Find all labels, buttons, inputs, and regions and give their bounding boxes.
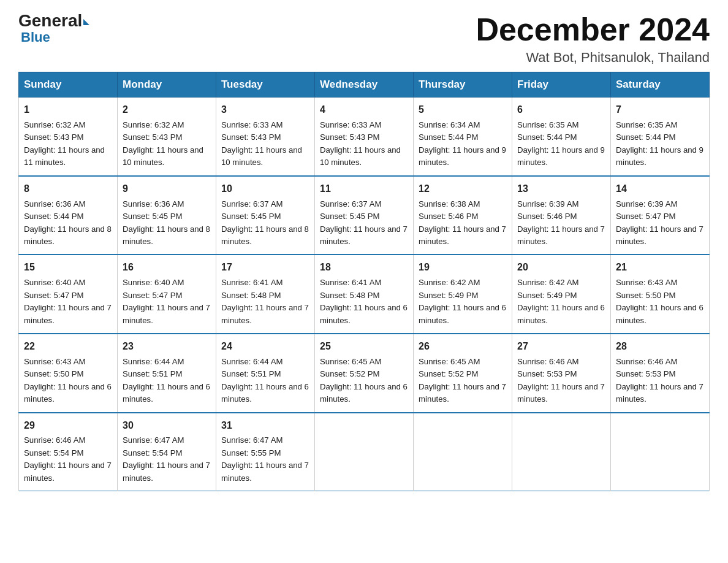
day-number: 12 (419, 182, 507, 197)
calendar-cell: 11Sunrise: 6:37 AMSunset: 5:45 PMDayligh… (315, 176, 414, 255)
calendar-cell: 18Sunrise: 6:41 AMSunset: 5:48 PMDayligh… (315, 255, 414, 334)
day-number: 24 (221, 339, 309, 354)
calendar-table: SundayMondayTuesdayWednesdayThursdayFrid… (18, 72, 710, 491)
day-number: 3 (221, 102, 309, 118)
calendar-cell: 31Sunrise: 6:47 AMSunset: 5:55 PMDayligh… (216, 413, 315, 491)
column-header-monday: Monday (118, 72, 216, 98)
day-number: 22 (24, 339, 112, 354)
column-header-saturday: Saturday (611, 72, 710, 98)
column-header-thursday: Thursday (414, 72, 512, 98)
day-details: Sunrise: 6:43 AMSunset: 5:50 PMDaylight:… (24, 356, 112, 406)
day-details: Sunrise: 6:44 AMSunset: 5:51 PMDaylight:… (123, 356, 211, 406)
day-details: Sunrise: 6:45 AMSunset: 5:52 PMDaylight:… (320, 356, 408, 406)
day-number: 18 (320, 260, 408, 275)
day-details: Sunrise: 6:46 AMSunset: 5:54 PMDaylight:… (24, 434, 112, 484)
day-details: Sunrise: 6:42 AMSunset: 5:49 PMDaylight:… (419, 277, 507, 327)
calendar-cell: 28Sunrise: 6:46 AMSunset: 5:53 PMDayligh… (611, 334, 710, 413)
calendar-header-row: SundayMondayTuesdayWednesdayThursdayFrid… (19, 72, 710, 98)
column-header-wednesday: Wednesday (315, 72, 414, 98)
day-details: Sunrise: 6:37 AMSunset: 5:45 PMDaylight:… (320, 198, 408, 248)
day-details: Sunrise: 6:41 AMSunset: 5:48 PMDaylight:… (320, 277, 408, 327)
day-details: Sunrise: 6:41 AMSunset: 5:48 PMDaylight:… (221, 277, 309, 327)
calendar-cell: 20Sunrise: 6:42 AMSunset: 5:49 PMDayligh… (512, 255, 611, 334)
calendar-cell: 7Sunrise: 6:35 AMSunset: 5:44 PMDaylight… (611, 98, 710, 176)
calendar-cell: 2Sunrise: 6:32 AMSunset: 5:43 PMDaylight… (118, 98, 216, 176)
day-details: Sunrise: 6:45 AMSunset: 5:52 PMDaylight:… (419, 356, 507, 406)
day-details: Sunrise: 6:35 AMSunset: 5:44 PMDaylight:… (517, 119, 605, 169)
page-header: General Blue December 2024 Wat Bot, Phit… (18, 12, 710, 66)
day-details: Sunrise: 6:36 AMSunset: 5:44 PMDaylight:… (24, 198, 112, 248)
logo-arrow-icon (83, 19, 89, 25)
day-details: Sunrise: 6:36 AMSunset: 5:45 PMDaylight:… (123, 198, 211, 248)
location-subtitle: Wat Bot, Phitsanulok, Thailand (476, 50, 710, 66)
calendar-cell: 4Sunrise: 6:33 AMSunset: 5:43 PMDaylight… (315, 98, 414, 176)
calendar-cell: 1Sunrise: 6:32 AMSunset: 5:43 PMDaylight… (19, 98, 118, 176)
day-number: 2 (123, 102, 211, 118)
day-number: 27 (517, 339, 605, 354)
day-details: Sunrise: 6:37 AMSunset: 5:45 PMDaylight:… (221, 198, 309, 248)
day-number: 8 (24, 182, 112, 197)
calendar-cell: 10Sunrise: 6:37 AMSunset: 5:45 PMDayligh… (216, 176, 315, 255)
calendar-week-row: 15Sunrise: 6:40 AMSunset: 5:47 PMDayligh… (19, 255, 710, 334)
day-number: 16 (123, 260, 211, 275)
day-number: 1 (24, 102, 112, 118)
calendar-cell: 29Sunrise: 6:46 AMSunset: 5:54 PMDayligh… (19, 413, 118, 491)
day-details: Sunrise: 6:47 AMSunset: 5:54 PMDaylight:… (123, 434, 211, 484)
day-number: 26 (419, 339, 507, 354)
day-details: Sunrise: 6:39 AMSunset: 5:47 PMDaylight:… (616, 198, 704, 248)
day-number: 20 (517, 260, 605, 275)
logo-blue-text: Blue (21, 31, 50, 44)
calendar-cell: 26Sunrise: 6:45 AMSunset: 5:52 PMDayligh… (414, 334, 512, 413)
day-details: Sunrise: 6:35 AMSunset: 5:44 PMDaylight:… (616, 119, 704, 169)
calendar-cell: 12Sunrise: 6:38 AMSunset: 5:46 PMDayligh… (414, 176, 512, 255)
day-number: 15 (24, 260, 112, 275)
day-number: 17 (221, 260, 309, 275)
calendar-cell: 9Sunrise: 6:36 AMSunset: 5:45 PMDaylight… (118, 176, 216, 255)
day-details: Sunrise: 6:40 AMSunset: 5:47 PMDaylight:… (24, 277, 112, 327)
day-number: 28 (616, 339, 704, 354)
day-number: 31 (221, 418, 309, 434)
title-block: December 2024 Wat Bot, Phitsanulok, Thai… (476, 12, 710, 66)
calendar-cell: 27Sunrise: 6:46 AMSunset: 5:53 PMDayligh… (512, 334, 611, 413)
calendar-cell: 25Sunrise: 6:45 AMSunset: 5:52 PMDayligh… (315, 334, 414, 413)
day-details: Sunrise: 6:34 AMSunset: 5:44 PMDaylight:… (419, 119, 507, 169)
day-number: 23 (123, 339, 211, 354)
day-details: Sunrise: 6:46 AMSunset: 5:53 PMDaylight:… (616, 356, 704, 406)
calendar-cell: 30Sunrise: 6:47 AMSunset: 5:54 PMDayligh… (118, 413, 216, 491)
calendar-cell: 14Sunrise: 6:39 AMSunset: 5:47 PMDayligh… (611, 176, 710, 255)
column-header-tuesday: Tuesday (216, 72, 315, 98)
column-header-sunday: Sunday (19, 72, 118, 98)
day-number: 19 (419, 260, 507, 275)
day-number: 11 (320, 182, 408, 197)
day-number: 4 (320, 102, 408, 118)
calendar-cell: 13Sunrise: 6:39 AMSunset: 5:46 PMDayligh… (512, 176, 611, 255)
day-details: Sunrise: 6:32 AMSunset: 5:43 PMDaylight:… (123, 119, 211, 169)
day-details: Sunrise: 6:46 AMSunset: 5:53 PMDaylight:… (517, 356, 605, 406)
calendar-cell: 6Sunrise: 6:35 AMSunset: 5:44 PMDaylight… (512, 98, 611, 176)
calendar-cell: 16Sunrise: 6:40 AMSunset: 5:47 PMDayligh… (118, 255, 216, 334)
calendar-cell: 21Sunrise: 6:43 AMSunset: 5:50 PMDayligh… (611, 255, 710, 334)
calendar-cell (611, 413, 710, 491)
calendar-week-row: 1Sunrise: 6:32 AMSunset: 5:43 PMDaylight… (19, 98, 710, 176)
day-details: Sunrise: 6:39 AMSunset: 5:46 PMDaylight:… (517, 198, 605, 248)
calendar-cell: 23Sunrise: 6:44 AMSunset: 5:51 PMDayligh… (118, 334, 216, 413)
day-number: 5 (419, 102, 507, 118)
day-details: Sunrise: 6:33 AMSunset: 5:43 PMDaylight:… (221, 119, 309, 169)
calendar-cell (315, 413, 414, 491)
day-details: Sunrise: 6:44 AMSunset: 5:51 PMDaylight:… (221, 356, 309, 406)
column-header-friday: Friday (512, 72, 611, 98)
day-number: 30 (123, 418, 211, 434)
calendar-week-row: 8Sunrise: 6:36 AMSunset: 5:44 PMDaylight… (19, 176, 710, 255)
day-details: Sunrise: 6:43 AMSunset: 5:50 PMDaylight:… (616, 277, 704, 327)
calendar-cell: 24Sunrise: 6:44 AMSunset: 5:51 PMDayligh… (216, 334, 315, 413)
day-number: 13 (517, 182, 605, 197)
day-number: 21 (616, 260, 704, 275)
day-details: Sunrise: 6:42 AMSunset: 5:49 PMDaylight:… (517, 277, 605, 327)
logo-general: General (18, 12, 82, 29)
day-details: Sunrise: 6:38 AMSunset: 5:46 PMDaylight:… (419, 198, 507, 248)
month-title: December 2024 (476, 12, 710, 47)
calendar-cell: 22Sunrise: 6:43 AMSunset: 5:50 PMDayligh… (19, 334, 118, 413)
day-details: Sunrise: 6:32 AMSunset: 5:43 PMDaylight:… (24, 119, 112, 169)
logo: General Blue (18, 12, 89, 44)
calendar-cell: 17Sunrise: 6:41 AMSunset: 5:48 PMDayligh… (216, 255, 315, 334)
